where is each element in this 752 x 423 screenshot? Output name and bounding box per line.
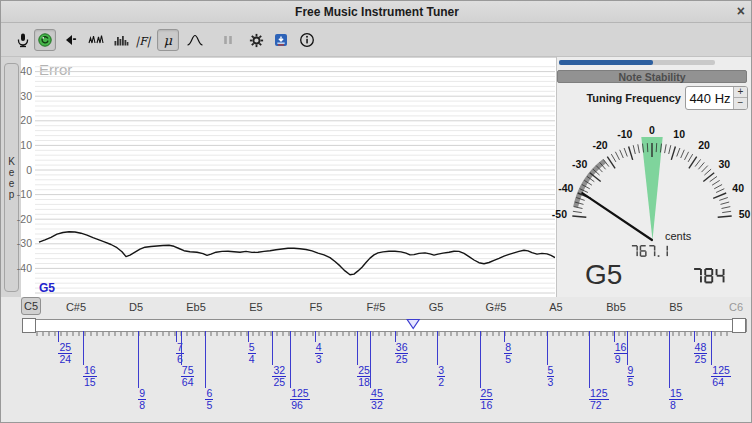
ratio-line xyxy=(205,331,206,388)
svg-text:-10: -10 xyxy=(617,128,632,140)
cents-gauge: -50-40-30-20-1001020304050 xyxy=(557,109,752,249)
ratio-denominator: 5 xyxy=(205,400,213,411)
ratio-denominator: 2 xyxy=(437,377,445,388)
ratio-line xyxy=(357,331,358,365)
toolbar: |F| μ xyxy=(1,23,752,57)
ratio-denominator: 5 xyxy=(504,354,512,365)
fft-view-button[interactable]: |F| xyxy=(132,29,154,51)
ratio-125-96: 12596 xyxy=(290,331,310,411)
histogram-icon xyxy=(113,32,129,48)
level-meter xyxy=(559,60,715,65)
note-label-eb5: Eb5 xyxy=(186,301,206,313)
close-button[interactable]: × xyxy=(737,3,745,19)
ratio-denominator: 96 xyxy=(290,400,310,411)
note-label-f5: F5 xyxy=(310,301,323,313)
ratio-denominator: 25 xyxy=(395,354,409,365)
detected-frequency-display xyxy=(631,245,670,258)
ratio-denominator: 15 xyxy=(83,377,97,388)
ratio-45-32: 4532 xyxy=(370,331,384,411)
ratio-denominator: 18 xyxy=(357,377,371,388)
ratio-line xyxy=(272,331,273,365)
tuning-frequency-value[interactable]: 440 Hz xyxy=(686,87,734,109)
ratio-36-25: 3625 xyxy=(395,331,409,365)
svg-text:10: 10 xyxy=(673,128,685,140)
y-axis-tick-label: -20 xyxy=(11,213,32,225)
microtonal-scale: C5 C#5D5Eb5E5F5F#5G5G#5A5Bb5B5C6 2524161… xyxy=(1,297,752,423)
ratio-25-24: 2524 xyxy=(58,331,72,365)
histogram-view-button[interactable] xyxy=(110,29,132,51)
ratio-125-64: 12564 xyxy=(711,331,731,388)
ratio-line xyxy=(138,331,139,388)
tuning-decrease-button[interactable]: − xyxy=(733,98,747,109)
y-axis-tick-label: -10 xyxy=(11,188,32,200)
detected-note-readout: G5 xyxy=(585,259,622,291)
note-label-e5: E5 xyxy=(249,301,262,313)
y-axis-tick-label: 20 xyxy=(11,114,32,126)
mu-icon: μ xyxy=(160,32,176,48)
ratio-denominator: 8 xyxy=(138,400,146,411)
audio-output-button[interactable] xyxy=(59,29,81,51)
tuner-logo-button[interactable] xyxy=(34,29,56,51)
ratio-6-5: 65 xyxy=(205,331,213,411)
ratio-denominator: 3 xyxy=(315,354,323,365)
svg-text:-30: -30 xyxy=(572,158,587,170)
ratio-line xyxy=(589,331,590,388)
note-label-a5: A5 xyxy=(549,301,562,313)
svg-text:20: 20 xyxy=(698,139,710,151)
ratio-48-25: 4825 xyxy=(694,331,708,365)
note-stability-label: Note Stability xyxy=(618,71,685,83)
ratio-8-5: 85 xyxy=(504,331,512,365)
ratio-line xyxy=(711,331,712,365)
pitch-marker xyxy=(407,320,419,329)
note-label-g5: G5 xyxy=(429,301,444,313)
target-frequency-display xyxy=(693,268,727,285)
svg-text:|F|: |F| xyxy=(135,35,151,48)
y-axis-tick-label: 30 xyxy=(11,90,32,102)
svg-text:-20: -20 xyxy=(592,139,607,151)
tuning-frequency-spinbox[interactable]: 440 Hz + − xyxy=(685,86,748,110)
fft-icon: |F| xyxy=(133,32,153,48)
save-icon xyxy=(273,32,289,48)
bell-curve-icon xyxy=(186,32,204,48)
ratio-line xyxy=(370,331,371,388)
ratio-line xyxy=(290,331,291,388)
y-axis-tick-label: -30 xyxy=(11,237,32,249)
save-button[interactable] xyxy=(270,29,292,51)
speaker-icon xyxy=(62,32,78,48)
settings-button[interactable] xyxy=(245,29,267,51)
svg-text:40: 40 xyxy=(732,182,744,194)
note-stability-bar: Note Stability xyxy=(557,70,747,83)
ratio-16-9: 169 xyxy=(614,331,628,365)
y-axis-tick-label: 0 xyxy=(11,164,32,176)
ratio-line xyxy=(480,331,481,388)
error-graph-plot xyxy=(35,58,555,297)
microtonal-view-button[interactable]: μ xyxy=(157,29,179,51)
pause-button xyxy=(217,29,239,51)
ratio-line xyxy=(669,331,670,388)
ratio-25-16: 2516 xyxy=(480,331,494,411)
about-button[interactable] xyxy=(296,29,318,51)
ratio-denominator: 8 xyxy=(669,400,683,411)
ratio-line xyxy=(627,331,628,365)
statistics-view-button[interactable] xyxy=(184,29,206,51)
waveform-view-button[interactable] xyxy=(85,29,107,51)
ratio-denominator: 4 xyxy=(248,354,256,365)
microphone-button[interactable] xyxy=(12,29,34,51)
ratio-5-3: 53 xyxy=(547,331,555,388)
note-label-c6: C6 xyxy=(729,301,743,313)
ratio-denominator: 72 xyxy=(589,400,609,411)
tuner-logo-icon xyxy=(37,32,53,48)
ratio-line xyxy=(83,331,84,365)
y-axis-tick-label: 40 xyxy=(11,65,32,77)
tuning-frequency-label: Tuning Frequency xyxy=(557,92,681,104)
ratio-denominator: 25 xyxy=(272,377,286,388)
title-bar[interactable]: Free Music Instrument Tuner × xyxy=(1,1,752,23)
gear-icon xyxy=(248,32,265,49)
svg-text:0: 0 xyxy=(649,124,655,136)
svg-text:30: 30 xyxy=(718,158,730,170)
error-graph-y-axis: 403020100-10-20-30-40 xyxy=(11,58,32,297)
ratio-denominator: 5 xyxy=(627,377,635,388)
ratio-3-2: 32 xyxy=(437,331,445,388)
ratio-16-15: 1615 xyxy=(83,331,97,388)
ratio-denominator: 32 xyxy=(370,400,384,411)
